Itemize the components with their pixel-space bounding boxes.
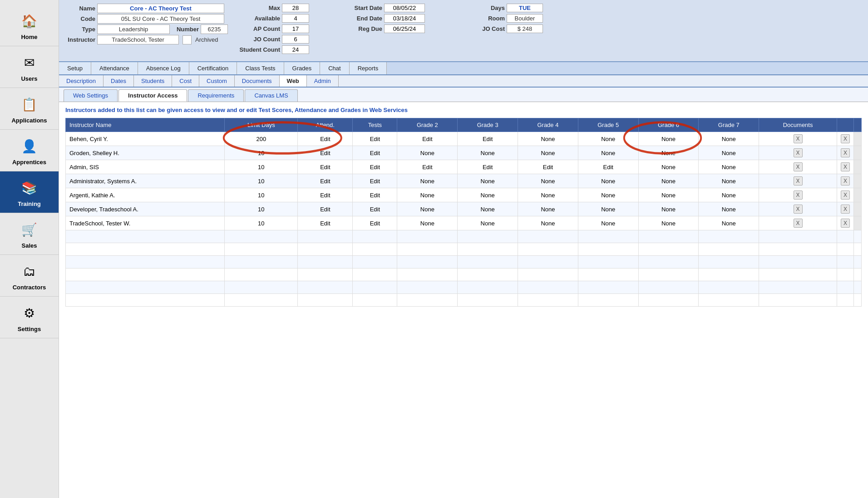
tab1-grades[interactable]: Grades: [284, 62, 321, 74]
cell-r5-c7[interactable]: None: [578, 202, 638, 216]
cell-r1-c2[interactable]: Edit: [298, 146, 353, 160]
sidebar-item-training[interactable]: 📚Training: [0, 171, 59, 213]
cell-r2-c2[interactable]: Edit: [298, 160, 353, 174]
cell-doc-4[interactable]: X: [759, 188, 837, 202]
cell-r5-c3[interactable]: Edit: [353, 202, 397, 216]
del-btn-4[interactable]: X: [841, 190, 850, 200]
tab1-class-tests[interactable]: Class Tests: [237, 62, 284, 74]
cell-r3-c4[interactable]: None: [397, 174, 458, 188]
cell-r4-c7[interactable]: None: [578, 188, 638, 202]
doc-x-btn-4[interactable]: X: [794, 190, 803, 200]
cell-r4-c6[interactable]: None: [518, 188, 578, 202]
tab1-attendance[interactable]: Attendance: [91, 62, 138, 74]
doc-x-btn-6[interactable]: X: [794, 219, 803, 228]
cell-r5-c6[interactable]: None: [518, 202, 578, 216]
cell-r1-c3[interactable]: Edit: [353, 146, 397, 160]
cell-r1-c5[interactable]: None: [458, 146, 518, 160]
cell-r6-c8[interactable]: None: [638, 216, 699, 230]
cell-doc-0[interactable]: X: [759, 132, 837, 146]
cell-r0-c3[interactable]: Edit: [353, 132, 397, 146]
tab3-web-settings[interactable]: Web Settings: [64, 89, 118, 102]
cell-r2-c4[interactable]: Edit: [397, 160, 458, 174]
cell-del-4[interactable]: X: [837, 188, 854, 202]
tab1-chat[interactable]: Chat: [320, 62, 349, 74]
cell-r1-c7[interactable]: None: [578, 146, 638, 160]
cell-doc-6[interactable]: X: [759, 216, 837, 230]
sidebar-item-apprentices[interactable]: 👤Apprentices: [0, 130, 59, 171]
cell-r4-c2[interactable]: Edit: [298, 188, 353, 202]
sidebar-item-applications[interactable]: 📋Applications: [0, 88, 59, 130]
doc-x-btn-5[interactable]: X: [794, 205, 803, 214]
cell-r1-c8[interactable]: None: [638, 146, 699, 160]
tab2-cost[interactable]: Cost: [172, 75, 199, 87]
cell-r2-c3[interactable]: Edit: [353, 160, 397, 174]
sidebar-item-sales[interactable]: 🛒Sales: [0, 213, 59, 255]
cell-del-0[interactable]: X: [837, 132, 854, 146]
cell-r4-c8[interactable]: None: [638, 188, 699, 202]
cell-doc-1[interactable]: X: [759, 146, 837, 160]
tab2-students[interactable]: Students: [134, 75, 172, 87]
doc-x-btn-1[interactable]: X: [794, 148, 803, 157]
cell-doc-3[interactable]: X: [759, 174, 837, 188]
cell-r2-c8[interactable]: None: [638, 160, 699, 174]
tab3-instructor-access[interactable]: Instructor Access: [118, 89, 187, 102]
cell-del-5[interactable]: X: [837, 202, 854, 216]
cell-doc-2[interactable]: X: [759, 160, 837, 174]
cell-r1-c6[interactable]: None: [518, 146, 578, 160]
tab2-dates[interactable]: Dates: [104, 75, 134, 87]
tab2-description[interactable]: Description: [59, 75, 104, 87]
tab1-certification[interactable]: Certification: [189, 62, 237, 74]
cell-del-1[interactable]: X: [837, 146, 854, 160]
del-btn-1[interactable]: X: [841, 148, 850, 157]
cell-r3-c6[interactable]: None: [518, 174, 578, 188]
cell-r6-c3[interactable]: Edit: [353, 216, 397, 230]
cell-r1-c4[interactable]: None: [397, 146, 458, 160]
tab3-canvas-lms[interactable]: Canvas LMS: [245, 89, 297, 102]
del-btn-6[interactable]: X: [841, 219, 850, 228]
cell-r4-c9[interactable]: None: [699, 188, 759, 202]
del-btn-5[interactable]: X: [841, 205, 850, 214]
sidebar-item-home[interactable]: 🏠Home: [0, 5, 59, 46]
cell-r2-c9[interactable]: None: [699, 160, 759, 174]
cell-r3-c7[interactable]: None: [578, 174, 638, 188]
cell-r1-c9[interactable]: None: [699, 146, 759, 160]
archived-checkbox[interactable]: [182, 35, 192, 44]
cell-r6-c7[interactable]: None: [578, 216, 638, 230]
tab2-admin[interactable]: Admin: [307, 75, 339, 87]
cell-r3-c2[interactable]: Edit: [298, 174, 353, 188]
sidebar-item-settings[interactable]: ⚙Settings: [0, 297, 59, 338]
cell-r5-c2[interactable]: Edit: [298, 202, 353, 216]
cell-r0-c7[interactable]: None: [578, 132, 638, 146]
doc-x-btn-0[interactable]: X: [794, 134, 803, 143]
cell-r6-c9[interactable]: None: [699, 216, 759, 230]
tab1-reports[interactable]: Reports: [350, 62, 387, 74]
cell-del-2[interactable]: X: [837, 160, 854, 174]
sidebar-item-contractors[interactable]: 🗂Contractors: [0, 255, 59, 297]
cell-r6-c5[interactable]: None: [458, 216, 518, 230]
cell-r0-c2[interactable]: Edit: [298, 132, 353, 146]
cell-r4-c4[interactable]: None: [397, 188, 458, 202]
cell-r5-c9[interactable]: None: [699, 202, 759, 216]
cell-r0-c8[interactable]: None: [638, 132, 699, 146]
sidebar-item-users[interactable]: ✉Users: [0, 46, 59, 88]
tab1-setup[interactable]: Setup: [59, 62, 91, 74]
cell-r4-c5[interactable]: None: [458, 188, 518, 202]
cell-r5-c5[interactable]: None: [458, 202, 518, 216]
cell-del-3[interactable]: X: [837, 174, 854, 188]
del-btn-3[interactable]: X: [841, 176, 850, 186]
tab2-web[interactable]: Web: [280, 75, 307, 87]
doc-x-btn-3[interactable]: X: [794, 176, 803, 186]
cell-r0-c9[interactable]: None: [699, 132, 759, 146]
cell-r6-c2[interactable]: Edit: [298, 216, 353, 230]
cell-doc-5[interactable]: X: [759, 202, 837, 216]
cell-r3-c3[interactable]: Edit: [353, 174, 397, 188]
tab2-custom[interactable]: Custom: [199, 75, 235, 87]
del-btn-2[interactable]: X: [841, 162, 850, 171]
cell-r3-c9[interactable]: None: [699, 174, 759, 188]
tab2-documents[interactable]: Documents: [235, 75, 280, 87]
cell-r0-c4[interactable]: Edit: [397, 132, 458, 146]
cell-r3-c5[interactable]: None: [458, 174, 518, 188]
cell-r6-c4[interactable]: None: [397, 216, 458, 230]
cell-r2-c6[interactable]: Edit: [518, 160, 578, 174]
cell-r0-c6[interactable]: None: [518, 132, 578, 146]
